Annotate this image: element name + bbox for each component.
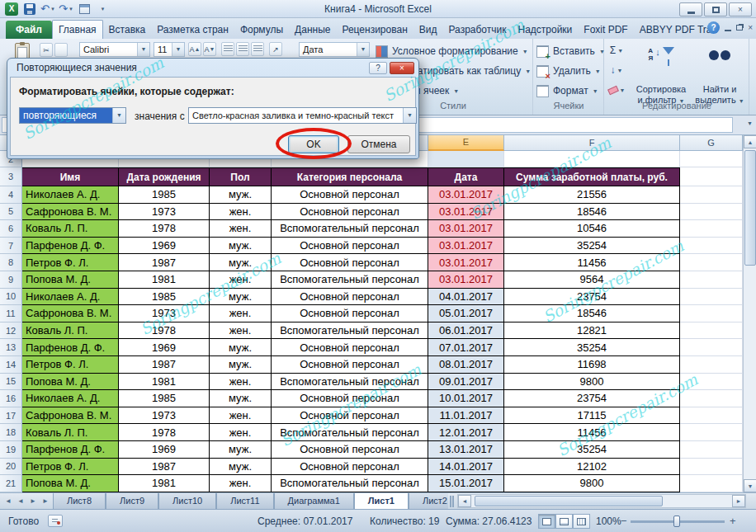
cell-empty[interactable] xyxy=(680,424,743,441)
cell-gender[interactable]: муж. xyxy=(210,186,272,204)
row-header[interactable]: 19 xyxy=(0,441,22,459)
zoom-level[interactable]: 100% xyxy=(596,516,621,527)
align-top-button[interactable] xyxy=(221,42,234,56)
sheet-tab-Лист10[interactable]: Лист10 xyxy=(158,493,216,510)
cell-name[interactable]: Парфенов Д. Ф. xyxy=(22,238,119,255)
copy-button[interactable] xyxy=(54,43,68,57)
cell-birth-year[interactable]: 1981 xyxy=(119,271,210,289)
cell-name[interactable]: Попова М. Д. xyxy=(22,271,119,289)
cell-salary[interactable]: 10546 xyxy=(504,220,680,238)
cell-name[interactable]: Петров Ф. Л. xyxy=(22,254,119,271)
row-header[interactable]: 10 xyxy=(0,289,22,306)
cell-gender[interactable]: муж. xyxy=(210,289,272,306)
grow-font-button[interactable]: А▲ xyxy=(188,42,201,56)
cell-birth-year[interactable]: 1987 xyxy=(119,356,210,374)
zoom-slider-thumb[interactable] xyxy=(673,516,680,527)
cell-salary[interactable]: 11456 xyxy=(504,424,680,441)
cell-category[interactable]: Основной персонал xyxy=(272,390,428,407)
cell-gender[interactable]: жен. xyxy=(210,271,272,289)
cell-salary[interactable]: 21556 xyxy=(504,186,680,204)
cell-category[interactable]: Вспомогательный персонал xyxy=(272,475,428,492)
table-header-gender[interactable]: Пол xyxy=(210,167,272,186)
file-tab[interactable]: Файл xyxy=(6,21,52,39)
clear-button[interactable]: ▼ xyxy=(606,82,627,98)
condition-dropdown[interactable]: повторяющиеся ▼ xyxy=(19,107,126,124)
cell-gender[interactable]: жен. xyxy=(210,220,272,238)
cell-birth-year[interactable]: 1981 xyxy=(119,475,210,492)
scroll-left-button[interactable]: ◄ xyxy=(458,495,471,507)
cell-empty[interactable] xyxy=(680,186,743,204)
cell-date[interactable]: 05.01.2017 xyxy=(428,305,504,322)
last-sheet-button[interactable]: ► xyxy=(40,495,51,507)
cell-category[interactable]: Вспомогательный персонал xyxy=(272,220,428,238)
ribbon-tab-Рецензирован[interactable]: Рецензирован xyxy=(336,20,413,39)
column-header-g[interactable]: G xyxy=(680,135,743,151)
row-header[interactable]: 8 xyxy=(0,254,22,271)
ribbon-tab-Разработчик[interactable]: Разработчик xyxy=(442,20,512,39)
column-header-e-selected[interactable]: E xyxy=(428,135,504,151)
row-header[interactable]: 11 xyxy=(0,305,22,322)
cell-name[interactable]: Николаев А. Д. xyxy=(22,390,119,407)
cell[interactable] xyxy=(504,151,680,167)
cell-name[interactable]: Сафронова В. М. xyxy=(22,407,119,425)
close-workbook-button[interactable]: × xyxy=(748,23,753,32)
undo-button[interactable]: ↶▼ xyxy=(40,2,55,16)
cell-birth-year[interactable]: 1969 xyxy=(119,441,210,459)
cell-selected-column[interactable] xyxy=(428,151,504,167)
cell-date[interactable]: 07.01.2017 xyxy=(428,339,504,356)
cell-salary[interactable]: 17115 xyxy=(504,407,680,425)
cell-date[interactable]: 03.01.2017 xyxy=(428,238,504,255)
cell-empty[interactable] xyxy=(680,390,743,407)
insert-cells-button[interactable]: + Вставить ▼ xyxy=(536,42,605,60)
row-header[interactable]: 20 xyxy=(0,459,22,476)
cell-date[interactable]: 10.01.2017 xyxy=(428,390,504,407)
cell-category[interactable]: Вспомогательный персонал xyxy=(272,322,428,340)
cell-gender[interactable]: жен. xyxy=(210,305,272,322)
row-header[interactable]: 9 xyxy=(0,271,22,289)
sort-filter-button[interactable]: АЯ ↓ Сортировка и фильтр ▼ xyxy=(634,40,688,110)
redo-button[interactable]: ↷▼ xyxy=(59,2,73,16)
ribbon-tab-Foxit PDF[interactable]: Foxit PDF xyxy=(578,20,633,39)
dialog-close-button[interactable]: × xyxy=(390,62,414,74)
cell-salary[interactable]: 18546 xyxy=(504,204,680,221)
cell-birth-year[interactable]: 1987 xyxy=(119,254,210,271)
find-select-button[interactable]: Найти и выделить ▼ xyxy=(692,40,748,110)
minimize-workbook-button[interactable] xyxy=(725,25,731,31)
cell-gender[interactable]: жен. xyxy=(210,424,272,441)
cell-category[interactable]: Вспомогательный персонал xyxy=(272,271,428,289)
cell-gender[interactable]: муж. xyxy=(210,254,272,271)
shrink-font-button[interactable]: А▼ xyxy=(203,42,216,56)
ribbon-tab-Вставка[interactable]: Вставка xyxy=(103,20,152,39)
minimize-button[interactable] xyxy=(679,2,702,16)
cell-salary[interactable]: 11456 xyxy=(504,254,680,271)
row-header[interactable]: 5 xyxy=(0,204,22,221)
format-dropdown[interactable]: Светло-красная заливка и темно-красный т… xyxy=(188,107,417,124)
scroll-up-button[interactable]: ▲ xyxy=(744,135,756,148)
cell-gender[interactable]: жен. xyxy=(210,322,272,340)
cell-name[interactable]: Сафронова В. М. xyxy=(22,204,119,221)
macro-record-button[interactable] xyxy=(48,515,63,527)
orientation-button[interactable]: ↗ xyxy=(269,42,282,56)
cell-empty[interactable] xyxy=(680,459,743,476)
cell-name[interactable]: Попова М. Д. xyxy=(22,475,119,492)
cell-category[interactable]: Основной персонал xyxy=(272,289,428,306)
cell-date[interactable]: 04.01.2017 xyxy=(428,289,504,306)
cell-empty[interactable] xyxy=(680,407,743,425)
excel-logo-icon[interactable]: X xyxy=(4,2,19,16)
cell-category[interactable]: Основной персонал xyxy=(272,254,428,271)
cell-category[interactable]: Вспомогательный персонал xyxy=(272,424,428,441)
cell-birth-year[interactable]: 1973 xyxy=(119,204,210,221)
cell-date[interactable]: 03.01.2017 xyxy=(428,220,504,238)
cell-birth-year[interactable]: 1978 xyxy=(119,220,210,238)
sheet-tab-Лист1[interactable]: Лист1 xyxy=(354,493,409,510)
vertical-scroll-thumb[interactable] xyxy=(744,150,756,266)
delete-cells-button[interactable]: × Удалить ▼ xyxy=(536,62,601,80)
cell-salary[interactable]: 12821 xyxy=(504,322,680,340)
horizontal-scrollbar[interactable]: ◄ ► xyxy=(457,494,746,508)
cell-date[interactable]: 06.01.2017 xyxy=(428,322,504,340)
ok-button[interactable]: OK xyxy=(288,135,339,153)
cell-category[interactable]: Основной персонал xyxy=(272,305,428,322)
ribbon-tab-Формулы[interactable]: Формулы xyxy=(234,20,289,39)
page-layout-view-button[interactable] xyxy=(555,514,573,529)
next-sheet-button[interactable]: ► xyxy=(27,495,39,507)
